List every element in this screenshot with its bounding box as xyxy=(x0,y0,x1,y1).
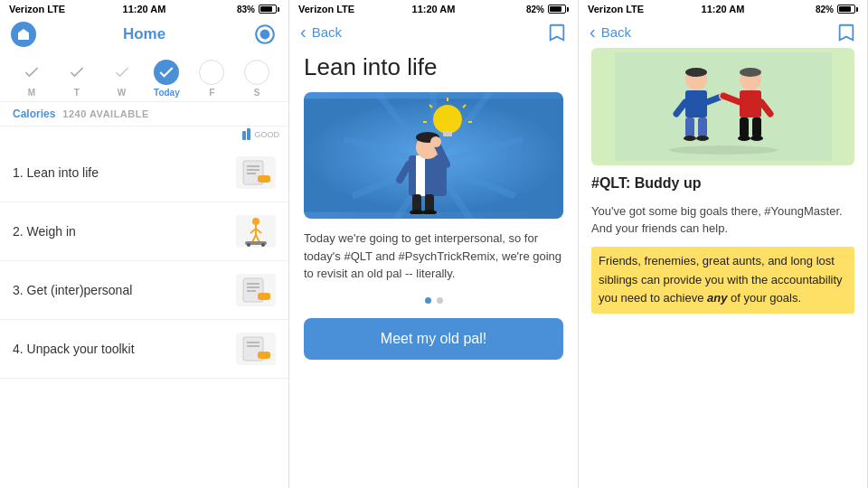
task-item-3[interactable]: 3. Get (inter)personal xyxy=(0,261,288,320)
back-button-3[interactable]: Back xyxy=(590,22,631,42)
buddy-content: #QLT: Buddy up You've got some big goals… xyxy=(579,48,867,488)
chevron-back-2 xyxy=(300,22,308,42)
dot-2 xyxy=(437,297,443,304)
bar-1 xyxy=(242,131,246,140)
panel-home: Verizon LTE 11:20 AM 83% Home xyxy=(0,0,289,488)
day-w[interactable]: W xyxy=(106,60,138,98)
svg-point-51 xyxy=(422,210,437,214)
buddy-hero xyxy=(591,48,854,165)
back-button-2[interactable]: Back xyxy=(300,22,342,42)
day-label-w: W xyxy=(118,88,126,98)
svg-point-14 xyxy=(261,243,265,247)
chevron-back-3 xyxy=(590,22,598,42)
day-f[interactable]: F xyxy=(195,60,228,98)
back-label-2: Back xyxy=(312,24,342,40)
task-text-3: 3. Get (inter)personal xyxy=(13,283,132,297)
carrier-1: Verizon LTE xyxy=(9,4,65,14)
carrier-2: Verizon LTE xyxy=(298,4,354,14)
svg-line-11 xyxy=(256,235,259,242)
svg-rect-55 xyxy=(685,90,707,117)
bookmark-icon-3[interactable] xyxy=(836,23,856,42)
calories-label: Calories xyxy=(13,108,55,120)
home-icon xyxy=(11,22,36,47)
svg-rect-19 xyxy=(258,293,270,300)
home-title: Home xyxy=(123,25,165,43)
svg-point-50 xyxy=(410,210,424,214)
task-text-2: 2. Weigh in xyxy=(13,224,76,239)
article-body: Today we're going to get interpersonal, … xyxy=(304,230,563,283)
status-icons-3: 82% xyxy=(816,5,858,14)
svg-line-47 xyxy=(400,164,409,180)
svg-rect-23 xyxy=(258,352,270,359)
svg-rect-35 xyxy=(443,131,452,136)
time-1: 11:20 AM xyxy=(123,4,166,14)
hero-figure xyxy=(380,97,488,214)
svg-line-37 xyxy=(463,105,466,108)
battery-percent-1: 83% xyxy=(237,5,255,14)
svg-rect-52 xyxy=(615,52,832,161)
section-title: #QLT: Buddy up xyxy=(591,174,854,193)
day-circle-w xyxy=(109,60,135,85)
buddy-illustration xyxy=(615,52,832,161)
battery-percent-3: 82% xyxy=(816,5,834,14)
status-bar-1: Verizon LTE 11:20 AM 83% xyxy=(0,0,288,16)
nav-bar-2: Back xyxy=(289,16,578,48)
status-bar-3: Verizon LTE 11:20 AM 82% xyxy=(579,0,867,16)
battery-percent-2: 82% xyxy=(526,5,544,14)
svg-rect-66 xyxy=(740,117,749,137)
task-text-4: 4. Unpack your toolkit xyxy=(13,342,135,356)
task-thumb-4 xyxy=(236,333,276,365)
highlight-block: Friends, frenemies, great aunts, and lon… xyxy=(591,247,854,314)
svg-rect-42 xyxy=(416,155,425,196)
day-s[interactable]: S xyxy=(241,60,273,98)
svg-point-46 xyxy=(430,136,441,147)
panel-buddy: Verizon LTE 11:20 AM 82% Back xyxy=(579,0,868,488)
status-icons-1: 83% xyxy=(237,5,279,14)
day-circle-f xyxy=(199,60,224,85)
svg-point-54 xyxy=(685,68,707,77)
days-row: M T W Today F xyxy=(0,52,288,102)
day-label-f: F xyxy=(209,88,214,98)
svg-point-64 xyxy=(740,68,761,77)
day-m[interactable]: M xyxy=(15,60,48,98)
day-label-today: Today xyxy=(154,88,180,98)
carrier-3: Verizon LTE xyxy=(588,4,644,14)
svg-rect-5 xyxy=(258,175,270,183)
task-thumb-3 xyxy=(236,274,276,306)
cta-button[interactable]: Meet my old pal! xyxy=(304,318,563,360)
svg-point-72 xyxy=(669,145,778,155)
svg-point-70 xyxy=(738,136,750,141)
svg-point-71 xyxy=(750,136,763,141)
time-3: 11:20 AM xyxy=(702,4,745,14)
battery-3 xyxy=(837,5,858,14)
article-title: Lean into life xyxy=(304,48,563,81)
day-circle-m xyxy=(19,60,44,85)
day-today[interactable]: Today xyxy=(150,60,183,98)
battery-1 xyxy=(259,5,279,14)
svg-line-39 xyxy=(429,105,432,108)
message-icon[interactable] xyxy=(252,22,278,47)
day-label-s: S xyxy=(254,88,260,98)
task-item-4[interactable]: 4. Unpack your toolkit xyxy=(0,320,288,379)
calories-row: Calories 1240 AVAILABLE xyxy=(0,102,288,127)
svg-point-34 xyxy=(433,105,462,134)
day-t[interactable]: T xyxy=(61,60,93,98)
task-list: 1. Lean into life 2. Weigh in xyxy=(0,144,288,488)
day-circle-t xyxy=(64,60,90,85)
progress-bars xyxy=(242,128,250,140)
day-label-m: M xyxy=(28,88,35,98)
panel-article: Verizon LTE 11:20 AM 82% Back Lean into … xyxy=(289,0,579,488)
calories-value: 1240 AVAILABLE xyxy=(62,108,148,119)
status-bar-2: Verizon LTE 11:20 AM 82% xyxy=(289,0,578,16)
svg-point-6 xyxy=(252,218,259,225)
bookmark-icon-2[interactable] xyxy=(547,23,567,42)
task-item-1[interactable]: 1. Lean into life xyxy=(0,144,288,202)
svg-rect-67 xyxy=(752,117,761,137)
svg-rect-41 xyxy=(409,155,447,196)
dots-row xyxy=(304,294,563,307)
svg-point-62 xyxy=(696,136,709,141)
task-item-2[interactable]: 2. Weigh in xyxy=(0,202,288,261)
svg-rect-57 xyxy=(698,117,707,137)
section-body: You've got some big goals there, #YoungM… xyxy=(591,202,854,238)
day-label-t: T xyxy=(74,88,80,98)
